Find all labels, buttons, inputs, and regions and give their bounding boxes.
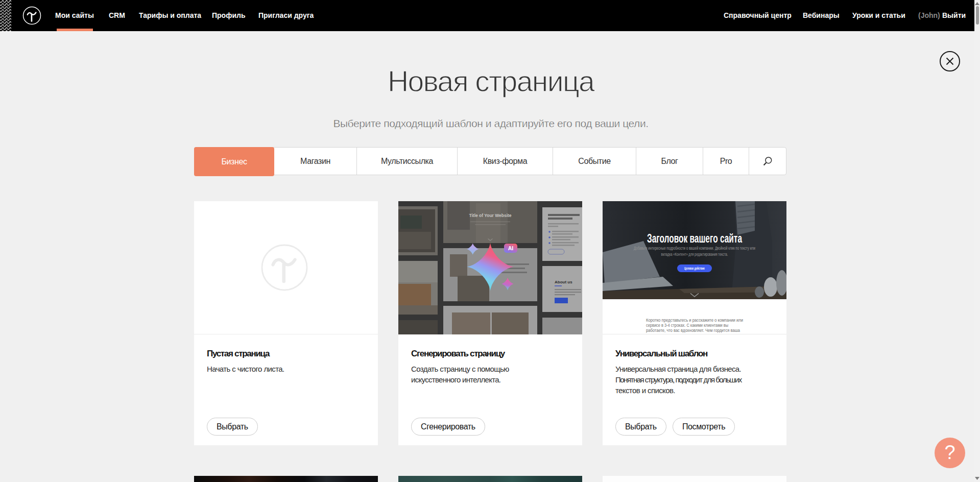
svg-text:работаете, что вас вдохновляет: работаете, что вас вдохновляет. Чем горд… xyxy=(646,328,740,333)
svg-text:сервисе в 3-4 строках. С каким: сервисе в 3-4 строках. С какими клиентам… xyxy=(646,323,728,328)
svg-text:Целевое действие: Целевое действие xyxy=(684,267,705,271)
svg-text:AI: AI xyxy=(508,245,514,251)
svg-text:вкладка «Контент» для редактир: вкладка «Контент» для редактирования тек… xyxy=(661,252,728,257)
svg-text:About us: About us xyxy=(555,280,572,284)
svg-text:Коротко представьтесь и расска: Коротко представьтесь и расскажите о ком… xyxy=(646,318,743,323)
svg-text:команда, какие у нее ценности: команда, какие у нее ценности и мотиваци… xyxy=(646,333,725,334)
svg-text:Добавьте интересные подробност: Добавьте интересные подробности о вашей … xyxy=(634,246,755,251)
svg-text:Title of Your Website: Title of Your Website xyxy=(469,212,512,218)
svg-text:Заголовок вашего сайта: Заголовок вашего сайта xyxy=(647,232,742,245)
